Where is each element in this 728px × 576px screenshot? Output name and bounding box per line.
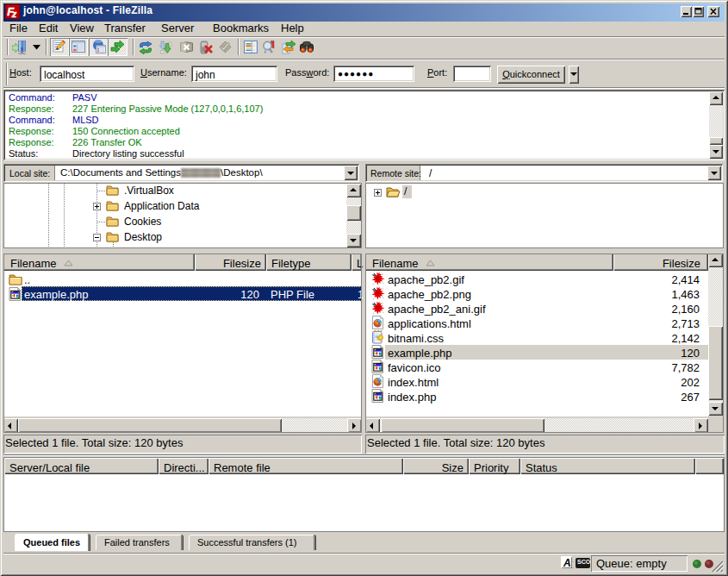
svg-text:z: z: [11, 9, 17, 19]
